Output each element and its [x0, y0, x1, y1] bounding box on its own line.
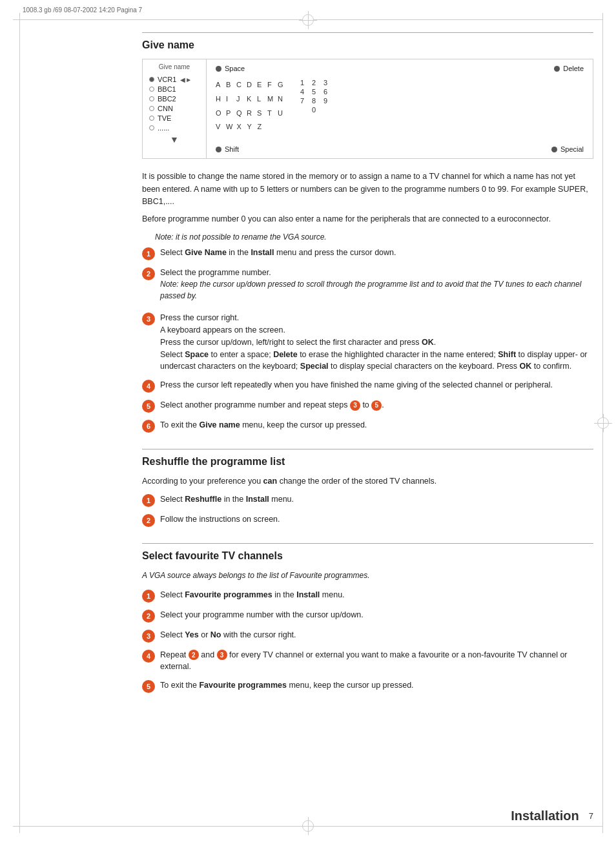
special-label: Special [560, 145, 584, 153]
kb-char: X [236, 121, 243, 134]
kb-char: F [267, 79, 274, 92]
kb-char: H [216, 93, 222, 106]
reshuffle-step-2: 2 Follow the instructions on screen. [142, 513, 593, 527]
kb-char: V [216, 121, 222, 134]
kb-char: 8 [312, 97, 318, 105]
reshuffle-step-content-2: Follow the instructions on screen. [160, 513, 593, 526]
channel-vcr1: VCR1 ◀► [149, 76, 200, 83]
step-number-5: 5 [142, 400, 155, 413]
give-name-step-6: 6 To exit the Give name menu, keep the c… [142, 419, 593, 433]
footer-page-number: 7 [589, 811, 593, 821]
reshuffle-step-content-1: Select Reshuffle in the Install menu. [160, 493, 593, 506]
tv-panel-title: Give name [149, 63, 200, 70]
reshuffle-step-num-2: 2 [142, 514, 155, 527]
favourite-step-3: 3 Select Yes or No with the cursor right… [142, 629, 593, 643]
give-name-step-1: 1 Select Give Name in the Install menu a… [142, 247, 593, 260]
give-name-para-1: It is possible to change the name stored… [142, 170, 593, 208]
step-2-note: Note: keep the cursor up/down pressed to… [160, 278, 593, 302]
give-name-step-4: 4 Press the cursor left repeatedly when … [142, 379, 593, 393]
kb-char: G [278, 79, 284, 92]
kb-char [323, 106, 330, 114]
step-number-1: 1 [142, 247, 155, 260]
kb-row-4: V W X Y Z [216, 121, 284, 134]
channel-dot [149, 125, 154, 130]
favourite-step-5: 5 To exit the Favourite programmes menu,… [142, 679, 593, 693]
channel-dot [149, 87, 154, 92]
step-content-1: Select Give Name in the Install menu and… [160, 247, 593, 259]
page-header: 1008.3 gb /69 08-07-2002 14:20 Pagina 7 [23, 6, 142, 14]
kb-num-row: 1 2 3 [300, 79, 330, 87]
channel-dot [149, 96, 154, 101]
favourite-step-4: 4 Repeat 2 and 3 for every TV channel or… [142, 649, 593, 674]
scroll-down-icon: ▼ [149, 134, 200, 145]
channel-dot [149, 77, 154, 82]
step-content-2: Select the programme number. Note: keep … [160, 267, 593, 306]
divider-favourite [142, 543, 593, 544]
kb-char: P [226, 107, 232, 120]
step-number-4: 4 [142, 380, 155, 393]
kb-char: S [257, 107, 263, 120]
kb-num-row: 0 [300, 106, 330, 114]
favourite-step-content-3: Select Yes or No with the cursor right. [160, 629, 593, 641]
space-label: Space [225, 65, 245, 72]
kb-numbers: 1 2 3 4 5 6 7 8 9 [300, 79, 330, 140]
divider-reshuffle [142, 449, 593, 449]
favourite-step-num-1: 1 [142, 590, 155, 603]
kb-char: 0 [312, 106, 318, 114]
delete-dot [554, 66, 560, 72]
crosshair-right [597, 417, 609, 429]
kb-char: 1 [300, 79, 307, 87]
crosshair-bottom [302, 820, 314, 832]
delete-label: Delete [563, 65, 584, 72]
kb-char: 4 [300, 88, 307, 96]
kb-char: C [236, 79, 243, 92]
give-name-step-2: 2 Select the programme number. Note: kee… [142, 267, 593, 306]
kb-letters: A B C D E F G H I J K L M [216, 79, 284, 135]
channel-label: CNN [158, 105, 173, 112]
favourite-step-num-3: 3 [142, 630, 155, 643]
space-button: Space [216, 65, 245, 72]
reshuffle-para: According to your preference you can cha… [142, 475, 593, 488]
tv-channel-panel: Give name VCR1 ◀► BBC1 BBC2 CNN TVE [142, 59, 207, 159]
shift-dot [216, 147, 221, 152]
kb-char: 7 [300, 97, 307, 105]
favourite-step-num-2: 2 [142, 610, 155, 623]
step-number-3: 3 [142, 313, 155, 325]
step-content-4: Press the cursor left repeatedly when yo… [160, 379, 593, 391]
kb-char: J [236, 93, 243, 106]
border-left [19, 13, 20, 833]
kb-row-1: A B C D E F G [216, 79, 284, 92]
favourite-step-content-5: To exit the Favourite programmes menu, k… [160, 679, 593, 692]
channel-dot [149, 106, 154, 111]
give-name-title: Give name [142, 39, 593, 51]
kb-char: 6 [323, 88, 330, 96]
give-name-diagram: Give name VCR1 ◀► BBC1 BBC2 CNN TVE [142, 59, 593, 159]
kb-char: K [247, 93, 253, 106]
kb-char: N [278, 93, 284, 106]
channel-bbc2: BBC2 [149, 95, 200, 103]
main-content: Give name Give name VCR1 ◀► BBC1 BBC2 CN… [142, 32, 593, 738]
kb-char: 9 [323, 97, 330, 105]
kb-char: A [216, 79, 222, 92]
favourite-note: A VGA source always belongs to the list … [142, 570, 593, 581]
special-button: Special [551, 145, 584, 153]
page-footer: Installation 7 [511, 809, 593, 823]
kb-row-3: O P Q R S T U [216, 107, 284, 120]
kb-char: U [278, 107, 284, 120]
special-dot [551, 147, 557, 152]
favourite-step-num-4: 4 [142, 650, 155, 663]
channel-dot [149, 116, 154, 121]
give-name-para-2: Before programme number 0 you can also e… [142, 213, 593, 225]
kb-char: Z [257, 121, 263, 134]
channel-dots: ...... [149, 124, 200, 132]
kb-char: W [226, 121, 232, 134]
favourite-step-content-4: Repeat 2 and 3 for every TV channel or e… [160, 649, 593, 674]
inline-badge-5: 5 [371, 400, 382, 411]
kb-bottom-row: Shift Special [216, 145, 584, 153]
divider-give-name [142, 32, 593, 33]
step-number-2: 2 [142, 267, 155, 280]
kb-top-row: Space Delete [216, 65, 584, 72]
kb-char [300, 106, 307, 114]
reshuffle-step-1: 1 Select Reshuffle in the Install menu. [142, 493, 593, 507]
kb-char: O [216, 107, 222, 120]
